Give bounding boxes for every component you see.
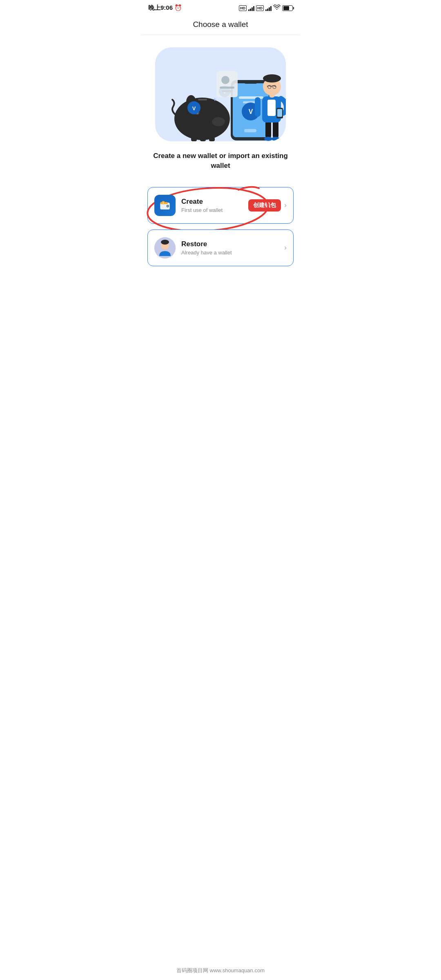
- status-bar: 晚上9:06 ⏰ HD HD: [141, 0, 300, 14]
- svg-rect-27: [267, 100, 276, 116]
- restore-text-group: Restore Already have a wallet: [181, 240, 232, 256]
- hero-subtitle: Create a new wallet or import an existin…: [149, 151, 292, 171]
- svg-rect-7: [200, 137, 206, 141]
- svg-text:V: V: [249, 108, 253, 115]
- restore-wallet-card[interactable]: Restore Already have a wallet ›: [147, 229, 294, 266]
- svg-point-32: [263, 74, 281, 82]
- signal-bars-1: [248, 5, 254, 11]
- hd-badge-2: HD: [256, 5, 264, 11]
- create-subtitle: First use of wallet: [181, 207, 223, 213]
- create-chinese-badge[interactable]: 创建钱包: [248, 199, 281, 212]
- cards-container: $ Create First use of wallet 创建钱包 ›: [141, 179, 300, 274]
- svg-point-2: [212, 117, 225, 126]
- svg-rect-36: [277, 109, 282, 117]
- svg-rect-17: [244, 129, 256, 132]
- svg-point-40: [221, 76, 229, 84]
- status-time: 晚上9:06 ⏰: [148, 4, 182, 12]
- svg-rect-14: [244, 80, 257, 84]
- restore-subtitle: Already have a wallet: [181, 249, 232, 256]
- svg-rect-9: [198, 99, 207, 100]
- create-title: Create: [181, 198, 223, 206]
- signal-bars-2: [265, 5, 272, 11]
- svg-rect-39: [216, 71, 238, 97]
- svg-rect-22: [265, 121, 271, 138]
- svg-rect-41: [220, 87, 234, 89]
- hd-badge-1: HD: [239, 5, 247, 11]
- page-header: Choose a wallet: [141, 14, 300, 35]
- restore-card-left: Restore Already have a wallet: [154, 237, 232, 258]
- create-text-group: Create First use of wallet: [181, 198, 223, 213]
- restore-card-right: ›: [284, 243, 287, 252]
- status-indicators: HD HD: [239, 4, 293, 11]
- svg-rect-42: [222, 90, 232, 92]
- create-card-left: $ Create First use of wallet: [154, 195, 223, 216]
- svg-text:V: V: [192, 105, 196, 111]
- svg-rect-28: [255, 97, 261, 117]
- create-chevron-icon: ›: [284, 201, 287, 209]
- alarm-icon: ⏰: [174, 4, 182, 11]
- hero-illustration: V V V: [155, 47, 286, 141]
- battery-indicator: [282, 5, 293, 11]
- wifi-icon: [273, 4, 281, 11]
- create-card-right: 创建钱包 ›: [248, 199, 287, 212]
- svg-point-24: [264, 137, 272, 141]
- svg-point-47: [167, 205, 168, 207]
- hero-section: V V V: [141, 35, 300, 179]
- svg-rect-23: [273, 121, 278, 138]
- page-title: Choose a wallet: [193, 20, 248, 29]
- restore-wallet-icon: [154, 237, 176, 258]
- svg-rect-8: [209, 137, 215, 141]
- svg-text:+: +: [213, 96, 216, 102]
- svg-rect-6: [191, 136, 197, 141]
- svg-point-52: [161, 240, 169, 245]
- svg-point-25: [272, 137, 280, 141]
- create-wallet-card[interactable]: $ Create First use of wallet 创建钱包 ›: [147, 187, 294, 224]
- create-wallet-icon: $: [154, 195, 176, 216]
- restore-title: Restore: [181, 240, 232, 248]
- restore-chevron-icon: ›: [284, 243, 287, 252]
